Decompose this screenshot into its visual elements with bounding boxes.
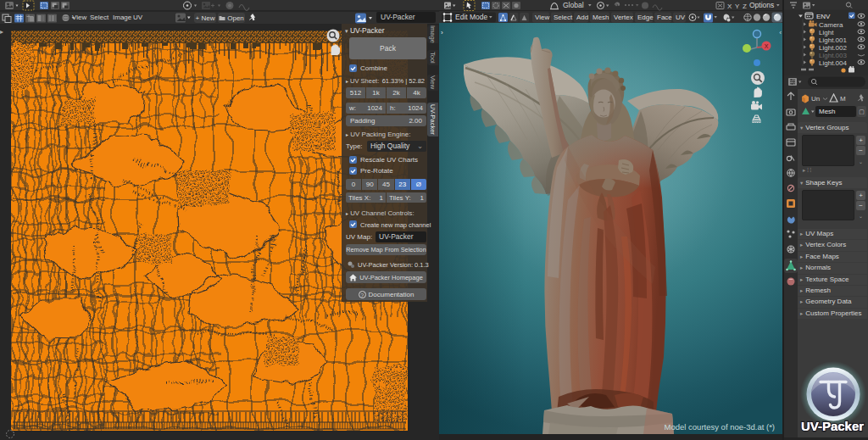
svg-text:Light.002: Light.002 — [819, 44, 847, 52]
svg-text:Camera: Camera — [819, 21, 843, 29]
svg-text:Light.003: Light.003 — [819, 52, 847, 59]
svg-text:View: View — [535, 14, 549, 21]
svg-text:Add: Add — [576, 14, 588, 21]
svg-text:Select: Select — [554, 14, 573, 21]
svg-text:Light.004: Light.004 — [819, 59, 847, 67]
svg-text:Y: Y — [735, 3, 740, 10]
svg-text:ENV: ENV — [816, 13, 831, 20]
svg-text:Un: Un — [811, 95, 820, 103]
svg-text:Vertex: Vertex — [614, 14, 633, 21]
svg-text:Z: Z — [743, 3, 747, 10]
svg-text:UV-Packer: UV-Packer — [801, 419, 864, 433]
svg-text:X: X — [765, 43, 769, 49]
svg-text:Mesh: Mesh — [593, 14, 609, 21]
svg-text:Options: Options — [749, 1, 774, 9]
svg-text:Edge: Edge — [637, 14, 654, 21]
svg-text:X: X — [727, 3, 732, 10]
svg-text:Global: Global — [563, 1, 584, 9]
svg-text:Light: Light — [819, 29, 834, 36]
svg-text:Light.001: Light.001 — [819, 36, 847, 44]
svg-text:Face: Face — [657, 14, 672, 21]
svg-text:UV: UV — [676, 14, 686, 21]
svg-text:M: M — [840, 95, 846, 103]
svg-text:Edit Mode: Edit Mode — [455, 13, 488, 21]
